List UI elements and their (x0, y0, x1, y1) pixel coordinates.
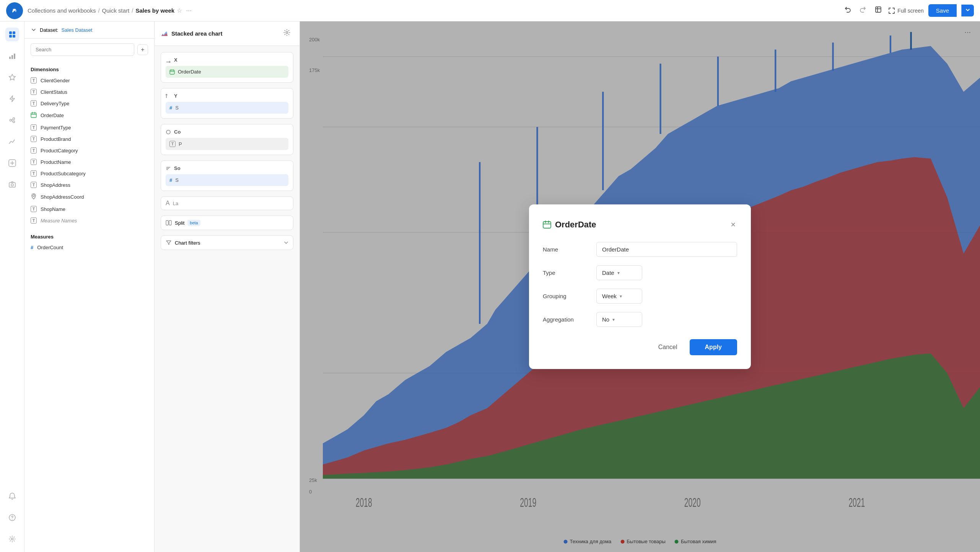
svg-point-19 (12, 519, 13, 520)
x-axis-section: X OrderDate (161, 52, 293, 83)
svg-point-8 (10, 119, 11, 121)
sort-item[interactable]: # S (166, 174, 288, 186)
sidebar-item-label: DeliveryType (41, 101, 69, 106)
sidebar-item-label: PaymentType (41, 125, 71, 131)
modal-title-text: OrderDate (555, 220, 596, 230)
sidebar-item-ordercount[interactable]: # OrderCount (24, 242, 154, 253)
fullscreen-label: Full screen (897, 8, 923, 14)
modal-apply-button[interactable]: Apply (690, 339, 737, 355)
modal-cancel-button[interactable]: Cancel (651, 339, 685, 355)
sidebar-item-orderdate[interactable]: OrderDate (24, 109, 154, 122)
breadcrumb-sep1: / (98, 7, 99, 14)
sidebar-item-productname[interactable]: T ProductName (24, 156, 154, 168)
sidebar-item-label: Measure Names (41, 218, 77, 224)
expand-button[interactable] (873, 4, 884, 17)
favorite-icon[interactable]: ☆ (177, 7, 182, 14)
chart-filters-section[interactable]: Chart filters (161, 235, 293, 250)
sidebar-item-label: ProductCategory (41, 148, 78, 154)
svg-line-11 (11, 119, 13, 120)
type-icon-productbrand: T (31, 136, 37, 142)
labels-icon: A (166, 200, 170, 207)
hash-icon-ordercount: # (31, 245, 33, 250)
breadcrumb: Collections and workbooks / Quick start … (28, 7, 838, 15)
topbar-actions: Full screen Save (842, 4, 974, 17)
nav-help-icon[interactable] (5, 511, 19, 524)
add-field-button[interactable]: + (137, 44, 148, 55)
modal-type-value: Date (602, 269, 614, 276)
dataset-value[interactable]: Sales Dataset (61, 27, 92, 33)
sidebar-item-shopaddresscoord[interactable]: ShopAddressCoord (24, 191, 154, 203)
save-button[interactable]: Save (928, 4, 957, 17)
sidebar-item-label: ProductName (41, 159, 71, 165)
svg-rect-37 (166, 220, 168, 225)
nav-chart-icon[interactable] (5, 49, 19, 63)
modal-name-input[interactable] (596, 242, 737, 257)
nav-grid-icon[interactable] (5, 28, 19, 41)
color-section: Co T P (161, 124, 293, 155)
hash-icon-y: # (169, 105, 172, 111)
modal-grouping-label: Grouping (543, 293, 596, 299)
nav-bolt-icon[interactable] (5, 92, 19, 106)
sidebar-item-shopaddress[interactable]: T ShopAddress (24, 179, 154, 191)
modal-close-button[interactable]: × (729, 218, 737, 231)
sidebar-item-measurenames[interactable]: T Measure Names (24, 215, 154, 226)
modal-overlay: OrderDate × Name Type Date ▾ (300, 21, 980, 552)
nav-bell-icon[interactable] (5, 489, 19, 503)
sidebar-item-productsubcategory[interactable]: T ProductSubcategory (24, 168, 154, 179)
undo-button[interactable] (842, 4, 853, 17)
y-axis-item[interactable]: # S (166, 102, 288, 114)
type-icon-productcategory: T (31, 147, 37, 154)
y-axis-item-label: S (175, 105, 179, 111)
labels-section: A La (161, 196, 293, 210)
color-item-label: P (179, 141, 182, 147)
chevron-down-type-icon: ▾ (617, 270, 620, 276)
sort-section: So # S (161, 160, 293, 191)
sidebar-item-deliverytype[interactable]: T DeliveryType (24, 98, 154, 109)
chart-settings-button[interactable] (280, 28, 293, 39)
type-icon-shopaddress: T (31, 182, 37, 188)
sidebar-item-label: ProductBrand (41, 136, 71, 142)
x-axis-item[interactable]: OrderDate (166, 66, 288, 78)
svg-rect-1 (9, 31, 12, 34)
nav-bar-icon[interactable] (5, 135, 19, 149)
modal-aggregation-select[interactable]: No ▾ (596, 312, 642, 327)
type-icon-clientstatus: T (31, 89, 37, 95)
sort-label: So (174, 165, 181, 171)
fullscreen-button[interactable]: Full screen (888, 7, 923, 14)
type-icon-productname: T (31, 159, 37, 165)
y-axis-icon (166, 93, 171, 99)
sidebar-item-productbrand[interactable]: T ProductBrand (24, 133, 154, 145)
svg-rect-6 (11, 55, 13, 59)
nav-star-icon[interactable] (5, 70, 19, 84)
redo-button[interactable] (858, 4, 868, 17)
sidebar-item-paymenttype[interactable]: T PaymentType (24, 122, 154, 133)
sidebar-item-clientgender[interactable]: T ClientGender (24, 75, 154, 86)
nav-gear-icon[interactable] (5, 532, 19, 546)
sidebar-item-productcategory[interactable]: T ProductCategory (24, 145, 154, 156)
modal-type-select[interactable]: Date ▾ (596, 265, 642, 280)
modal-grouping-select[interactable]: Week ▾ (596, 289, 642, 304)
svg-rect-3 (9, 35, 12, 38)
sidebar-item-shopname[interactable]: T ShopName (24, 203, 154, 215)
more-options-icon[interactable]: ··· (186, 7, 192, 15)
nav-plus-icon[interactable] (5, 156, 19, 170)
left-nav (0, 21, 24, 552)
svg-rect-4 (13, 35, 15, 38)
nav-link-icon[interactable] (5, 113, 19, 127)
svg-rect-21 (31, 113, 36, 118)
search-input[interactable] (31, 43, 134, 56)
svg-point-33 (166, 130, 170, 134)
breadcrumb-part1[interactable]: Collections and workbooks (28, 7, 96, 14)
nav-camera-icon[interactable] (5, 178, 19, 191)
chevron-down-icon[interactable] (31, 27, 37, 33)
sort-item-label: S (175, 177, 179, 183)
svg-point-17 (11, 184, 13, 186)
breadcrumb-part2[interactable]: Quick start (102, 7, 130, 14)
labels-label: La (173, 201, 178, 206)
sidebar-item-label: ClientStatus (41, 89, 67, 95)
svg-line-12 (11, 121, 13, 121)
sidebar-item-clientstatus[interactable]: T ClientStatus (24, 86, 154, 98)
save-dropdown-button[interactable] (961, 5, 974, 16)
color-item[interactable]: T P (166, 138, 288, 150)
x-axis-icon (166, 57, 171, 63)
